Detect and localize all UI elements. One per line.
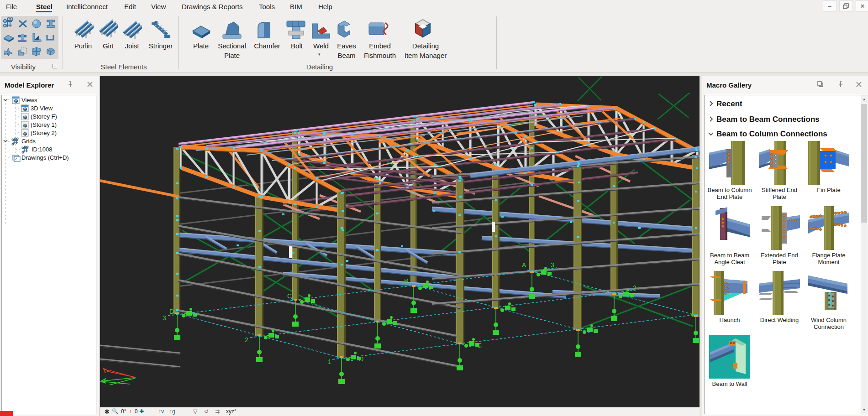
- svg-text:A: A: [522, 261, 526, 269]
- svg-text:B: B: [404, 277, 408, 285]
- svg-text:Grids: Grids: [21, 138, 36, 145]
- svg-text:2: 2: [633, 284, 637, 291]
- svg-text:Drawings (Ctrl+D): Drawings (Ctrl+D): [21, 154, 69, 161]
- svg-text:D: D: [169, 308, 174, 315]
- svg-text:3: 3: [163, 314, 166, 322]
- svg-text:3: 3: [551, 261, 554, 269]
- svg-text:(Storey 1): (Storey 1): [31, 121, 57, 128]
- svg-text:ID:1008: ID:1008: [32, 146, 53, 153]
- svg-text:2: 2: [245, 336, 248, 343]
- svg-text:Views: Views: [21, 97, 37, 104]
- svg-text:C: C: [287, 292, 292, 300]
- svg-text:1: 1: [691, 309, 694, 316]
- svg-text:3D View: 3D View: [31, 105, 53, 112]
- svg-text:1: 1: [328, 358, 331, 365]
- svg-text:(Storey 2): (Storey 2): [31, 130, 57, 136]
- svg-text:(Storey F): (Storey F): [31, 113, 57, 120]
